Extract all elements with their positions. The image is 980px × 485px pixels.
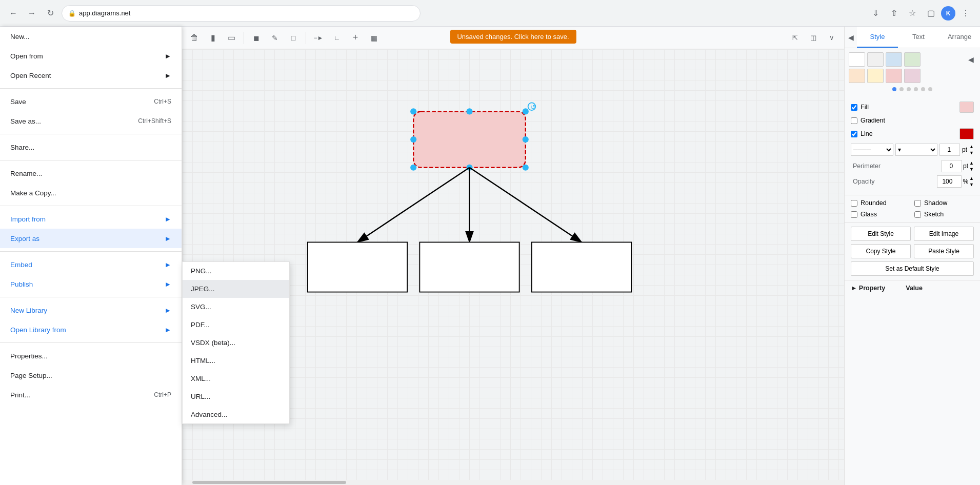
swatch-nav-arrow[interactable]: ◀ xyxy=(966,52,976,67)
menu-item-open-recent[interactable]: Open Recent ► xyxy=(0,66,182,85)
swatch-dot-4[interactable] xyxy=(914,87,918,91)
menu-item-embed[interactable]: Embed ► xyxy=(0,255,182,274)
download-icon[interactable]: ⇓ xyxy=(867,5,884,22)
address-bar[interactable]: 🔒 app.diagrams.net xyxy=(62,5,421,22)
line-color-box[interactable] xyxy=(959,128,974,139)
expand-button[interactable]: ∨ xyxy=(824,30,840,46)
menu-icon[interactable]: ⋮ xyxy=(957,5,974,22)
shadow-checkbox[interactable] xyxy=(914,200,921,207)
swatch-dot-3[interactable] xyxy=(907,87,911,91)
line-style-select[interactable]: ──── - - - · · · xyxy=(851,144,893,156)
submenu-jpeg[interactable]: JPEG... xyxy=(183,280,289,298)
line-pt-input[interactable] xyxy=(939,144,960,156)
tab-style[interactable]: Style xyxy=(857,27,898,48)
submenu-pdf[interactable]: PDF... xyxy=(183,316,289,334)
menu-item-import-from[interactable]: Import from ► xyxy=(0,209,182,229)
menu-item-share[interactable]: Share... xyxy=(0,137,182,157)
forward-button[interactable]: → xyxy=(25,6,39,21)
bring-forward-button[interactable]: ▮ xyxy=(205,30,221,46)
opacity-input[interactable] xyxy=(937,175,962,188)
set-default-style-button[interactable]: Set as Default Style xyxy=(851,261,974,276)
opacity-down[interactable]: ▼ xyxy=(969,181,974,188)
paste-style-button[interactable]: Paste Style xyxy=(914,244,974,258)
swatch-purple[interactable] xyxy=(904,69,921,83)
back-button[interactable]: ← xyxy=(6,6,21,21)
swatch-pink[interactable] xyxy=(886,69,902,83)
swatch-blue[interactable] xyxy=(886,52,902,67)
menu-item-print[interactable]: Print... Ctrl+P xyxy=(0,385,182,405)
menu-item-new-library[interactable]: New Library ► xyxy=(0,300,182,320)
copy-style-button[interactable]: Copy Style xyxy=(851,244,911,258)
swatch-gray[interactable] xyxy=(867,52,884,67)
menu-item-open-from[interactable]: Open from ► xyxy=(0,46,182,66)
shadow-button[interactable]: □ xyxy=(285,30,302,46)
perimeter-down[interactable]: ▼ xyxy=(969,166,974,172)
menu-item-export-as[interactable]: Export as ► xyxy=(0,229,182,248)
swatch-dot-2[interactable] xyxy=(899,87,904,91)
line-color-button[interactable]: ✎ xyxy=(267,30,283,46)
submenu-xml[interactable]: XML... xyxy=(183,370,289,388)
submenu-html[interactable]: HTML... xyxy=(183,352,289,370)
fill-checkbox[interactable] xyxy=(851,104,857,111)
menu-item-rename[interactable]: Rename... xyxy=(0,164,182,183)
rounded-checkbox[interactable] xyxy=(851,200,857,207)
sketch-checkbox-label[interactable]: Sketch xyxy=(914,211,974,218)
submenu-svg[interactable]: SVG... xyxy=(183,298,289,316)
line-pt-up[interactable]: ▲ xyxy=(969,144,974,150)
swatch-dot-6[interactable] xyxy=(928,87,932,91)
gradient-checkbox-label[interactable]: Gradient xyxy=(851,117,885,124)
menu-item-save-as[interactable]: Save as... Ctrl+Shift+S xyxy=(0,111,182,131)
line-checkbox[interactable] xyxy=(851,131,857,137)
fill-color-box[interactable] xyxy=(959,102,974,113)
submenu-url[interactable]: URL... xyxy=(183,388,289,406)
fill-color-button[interactable]: ◼ xyxy=(248,30,265,46)
menu-item-new[interactable]: New... xyxy=(0,27,182,46)
menu-item-page-setup[interactable]: Page Setup... xyxy=(0,366,182,385)
edit-style-button[interactable]: Edit Style xyxy=(851,227,911,241)
horizontal-scrollbar[interactable] xyxy=(182,480,844,485)
glass-checkbox-label[interactable]: Glass xyxy=(851,211,910,218)
connection-button[interactable]: −► xyxy=(310,30,327,46)
shadow-checkbox-label[interactable]: Shadow xyxy=(914,199,974,207)
rounded-checkbox-label[interactable]: Rounded xyxy=(851,199,910,207)
line-end-select[interactable]: ▾ xyxy=(895,144,938,156)
swatch-dot-5[interactable] xyxy=(921,87,925,91)
avatar[interactable]: K xyxy=(941,6,955,21)
unsaved-banner[interactable]: Unsaved changes. Click here to save. xyxy=(450,30,576,44)
table-button[interactable]: ▦ xyxy=(366,30,382,46)
fit-page-button[interactable]: ⇱ xyxy=(787,30,803,46)
line-checkbox-label[interactable]: Line xyxy=(851,130,873,137)
tab-text[interactable]: Text xyxy=(898,27,939,48)
perimeter-up[interactable]: ▲ xyxy=(969,160,974,166)
menu-item-open-library[interactable]: Open Library from ► xyxy=(0,320,182,339)
line-pt-down[interactable]: ▼ xyxy=(969,150,974,156)
swatch-orange[interactable] xyxy=(849,69,865,83)
bookmark-icon[interactable]: ☆ xyxy=(904,5,921,22)
submenu-advanced[interactable]: Advanced... xyxy=(183,406,289,423)
swatch-green[interactable] xyxy=(904,52,921,67)
perimeter-input[interactable] xyxy=(942,160,962,172)
glass-checkbox[interactable] xyxy=(851,211,857,218)
gradient-checkbox[interactable] xyxy=(851,117,857,124)
tab-arrange[interactable]: Arrange xyxy=(939,27,980,48)
swatch-dot-1[interactable] xyxy=(892,87,896,91)
edit-image-button[interactable]: Edit Image xyxy=(914,227,974,241)
sidebar-toggle-button[interactable]: ◫ xyxy=(805,30,822,46)
panel-prev-arrow[interactable]: ◀ xyxy=(845,27,857,48)
submenu-vsdx[interactable]: VSDX (beta)... xyxy=(183,334,289,352)
submenu-png[interactable]: PNG... xyxy=(183,262,289,280)
send-backward-button[interactable]: ▭ xyxy=(223,30,239,46)
plus-button[interactable]: + xyxy=(347,30,364,46)
swatch-white[interactable] xyxy=(849,52,865,67)
swatch-yellow[interactable] xyxy=(867,69,884,83)
refresh-button[interactable]: ↻ xyxy=(43,6,57,21)
fill-checkbox-label[interactable]: Fill xyxy=(851,104,869,111)
share-icon[interactable]: ⇧ xyxy=(886,5,902,22)
sketch-checkbox[interactable] xyxy=(914,211,921,218)
opacity-up[interactable]: ▲ xyxy=(969,175,974,181)
menu-item-properties[interactable]: Properties... xyxy=(0,346,182,366)
window-icon[interactable]: ▢ xyxy=(923,5,939,22)
waypoint-button[interactable]: ∟ xyxy=(329,30,345,46)
menu-item-publish[interactable]: Publish ► xyxy=(0,274,182,294)
menu-item-make-copy[interactable]: Make a Copy... xyxy=(0,183,182,203)
